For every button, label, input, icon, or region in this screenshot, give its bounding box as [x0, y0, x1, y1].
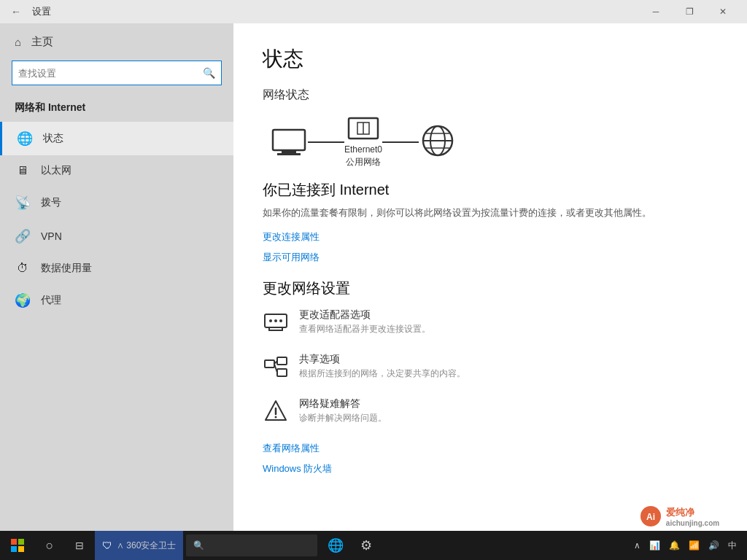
task-view-icon: ⊟	[75, 540, 84, 551]
network-status-label: 网络状态	[263, 88, 718, 103]
ethernet-label: 以太网	[41, 164, 71, 177]
svg-rect-24	[11, 539, 17, 545]
proxy-icon: 🌍	[15, 292, 31, 308]
connected-title: 你已连接到 Internet	[263, 180, 718, 200]
svg-rect-18	[277, 369, 287, 376]
titlebar: ← 设置 ─ ❐ ✕	[0, 0, 747, 23]
sidebar: ⌂ 主页 🔍 网络和 Internet 🌐 状态 🖥 以太网 📡 拨号 🔗 VP…	[0, 23, 233, 531]
svg-rect-17	[277, 357, 287, 365]
windows-firewall-link[interactable]: Windows 防火墙	[263, 462, 718, 475]
search-input[interactable]	[18, 68, 198, 79]
svg-text:Ai: Ai	[646, 512, 655, 522]
task-view-button[interactable]: ⊟	[64, 531, 95, 560]
line1	[308, 141, 344, 143]
taskbar-search-bar[interactable]: 🔍	[186, 534, 317, 556]
adapter-title: 更改适配器选项	[299, 308, 430, 322]
taskbar: ○ ⊟ 🛡 ∧ 360安全卫士 🔍 🌐 ⚙ ∧ 📊 🔔 📶 🔊 中	[0, 531, 747, 560]
taskbar-app-network[interactable]: 🌐	[320, 531, 351, 560]
troubleshoot-desc: 诊断并解决网络问题。	[299, 412, 387, 424]
search-container: 🔍	[0, 61, 233, 96]
ethernet-icon	[347, 116, 380, 141]
watermark-main: 爱纯净	[666, 506, 719, 519]
troubleshoot-text: 网络疑难解答 诊断并解决网络问题。	[299, 397, 387, 424]
adapter-icon	[263, 310, 289, 340]
svg-rect-1	[282, 151, 296, 153]
search-box[interactable]: 🔍	[12, 61, 222, 85]
taskbar-bell-icon: 🔔	[666, 540, 683, 551]
change-connection-link[interactable]: 更改连接属性	[263, 230, 718, 244]
start-icon	[11, 539, 24, 552]
home-label: 主页	[31, 35, 53, 49]
svg-rect-12	[269, 327, 282, 330]
svg-rect-16	[265, 360, 274, 368]
taskbar-right: ∧ 📊 🔔 📶 🔊 中	[631, 540, 747, 552]
sharing-desc: 根据所连接到的网络，决定要共享的内容。	[299, 368, 465, 380]
svg-rect-2	[277, 153, 301, 155]
svg-rect-26	[11, 546, 17, 552]
taskbar-app-settings[interactable]: ⚙	[351, 531, 382, 560]
settings-taskbar-icon: ⚙	[360, 537, 372, 553]
sidebar-item-home[interactable]: ⌂ 主页	[0, 23, 233, 61]
watermark-text: 爱纯净 aichunjing.com	[666, 506, 719, 527]
svg-rect-0	[273, 130, 305, 150]
vpn-icon: 🔗	[15, 228, 31, 244]
network-taskbar-icon: 🌐	[328, 537, 344, 553]
data-label: 数据使用量	[41, 262, 92, 275]
globe-icon-group	[419, 122, 457, 163]
taskbar-app-360[interactable]: 🛡 ∧ 360安全卫士	[95, 531, 183, 560]
sharing-title: 共享选项	[299, 353, 465, 366]
svg-point-15	[279, 319, 282, 322]
show-networks-link[interactable]: 显示可用网络	[263, 251, 718, 264]
connected-desc: 如果你的流量套餐有限制，则你可以将此网络设置为按流量计费的连接，或者更改其他属性…	[263, 206, 718, 221]
taskbar-search-icon: 🔍	[193, 540, 204, 551]
search-icon: 🔍	[203, 67, 215, 79]
sidebar-item-data[interactable]: ⏱ 数据使用量	[0, 253, 233, 284]
adapter-desc: 查看网络适配器并更改连接设置。	[299, 323, 430, 335]
close-button[interactable]: ✕	[706, 0, 740, 23]
titlebar-left: ← 设置	[7, 3, 51, 20]
dialup-icon: 📡	[15, 195, 31, 211]
network-diagram: Ethernet0 公用网络	[270, 116, 718, 168]
status-label: 状态	[43, 132, 63, 145]
sidebar-item-proxy[interactable]: 🌍 代理	[0, 284, 233, 317]
sidebar-item-vpn[interactable]: 🔗 VPN	[0, 219, 233, 253]
line2	[382, 141, 419, 143]
sidebar-item-dialup[interactable]: 📡 拨号	[0, 186, 233, 219]
dialup-label: 拨号	[41, 196, 61, 209]
svg-rect-25	[18, 539, 24, 545]
taskbar-lang[interactable]: 中	[725, 540, 740, 552]
globe-icon	[419, 122, 457, 160]
vpn-label: VPN	[41, 230, 62, 242]
sharing-settings-item: 共享选项 根据所连接到的网络，决定要共享的内容。	[263, 353, 718, 384]
ethernet-icon: 🖥	[15, 164, 31, 177]
view-network-properties-link[interactable]: 查看网络属性	[263, 442, 718, 455]
taskbar-notification-icon: 📊	[646, 540, 663, 551]
restore-button[interactable]: ❐	[673, 0, 706, 23]
cortana-button[interactable]: ○	[35, 531, 64, 560]
svg-point-14	[274, 319, 277, 322]
computer-icon-group	[270, 127, 308, 158]
taskbar-expand[interactable]: ∧	[631, 540, 643, 551]
watermark: Ai 爱纯净 aichunjing.com	[612, 502, 747, 531]
change-settings-title: 更改网络设置	[263, 279, 718, 298]
adapter-settings-item: 更改适配器选项 查看网络适配器并更改连接设置。	[263, 308, 718, 340]
main-container: ⌂ 主页 🔍 网络和 Internet 🌐 状态 🖥 以太网 📡 拨号 🔗 VP…	[0, 23, 747, 531]
ethernet-label-diagram: Ethernet0 公用网络	[344, 144, 382, 168]
sidebar-item-ethernet[interactable]: 🖥 以太网	[0, 155, 233, 186]
minimize-button[interactable]: ─	[639, 0, 673, 23]
sidebar-section-title: 网络和 Internet	[0, 96, 233, 122]
sidebar-item-status[interactable]: 🌐 状态	[0, 122, 233, 155]
360-label: ∧ 360安全卫士	[117, 540, 176, 552]
watermark-sub: aichunjing.com	[666, 519, 719, 527]
home-icon: ⌂	[15, 36, 21, 48]
content-area: 状态 网络状态 Ethernet0	[233, 23, 747, 531]
svg-rect-27	[18, 546, 24, 552]
360-icon: 🛡	[102, 540, 112, 551]
svg-line-20	[274, 364, 277, 373]
status-icon: 🌐	[17, 131, 33, 147]
troubleshoot-settings-item: 网络疑难解答 诊断并解决网络问题。	[263, 397, 718, 429]
start-button[interactable]	[0, 531, 35, 560]
sharing-icon	[263, 354, 289, 384]
back-button[interactable]: ←	[7, 3, 25, 20]
watermark-logo: Ai	[640, 505, 662, 527]
